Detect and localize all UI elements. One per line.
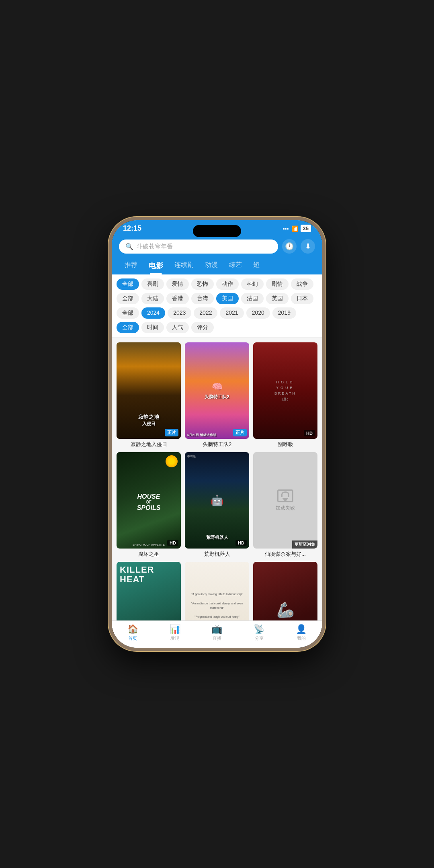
region-filter-mainland[interactable]: 大陆 [141, 293, 164, 304]
year-filter-2023[interactable]: 2023 [168, 307, 191, 319]
year-filter-2019[interactable]: 2019 [272, 307, 296, 319]
wifi-icon: 📶 [291, 225, 298, 232]
movie-item-1[interactable]: 寂静之地 入侵日 正片 寂静之地入侵日 [117, 342, 181, 448]
download-button[interactable]: ⬇ [301, 239, 315, 254]
sort-filter-row: 全部 时间 人气 评分 [117, 322, 317, 333]
movie-item-2[interactable]: 🧠 头脑特工队2 6月21日 情绪大作战 正片 头脑特工队2 [185, 342, 249, 448]
home-icon: 🏠 [127, 624, 138, 635]
region-filter-row: 全部 大陆 香港 台湾 美国 法国 英国 日本 [117, 293, 317, 304]
tab-short[interactable]: 短 [248, 258, 265, 274]
year-filter-all[interactable]: 全部 [117, 307, 139, 319]
battery-indicator: 35 [301, 225, 311, 232]
live-icon: 📺 [211, 624, 222, 635]
dynamic-island [193, 225, 241, 237]
search-box[interactable]: 🔍 斗破苍穹年番 [119, 240, 278, 254]
movie-item-5[interactable]: 🤖 荒野机器人 中有温 HD 荒野机器人 [185, 452, 249, 558]
movie-title-5: 荒野机器人 [185, 551, 249, 558]
nav-label-share: 分享 [255, 635, 264, 641]
profile-icon: 👤 [296, 624, 307, 635]
movie-title-1: 寂静之地入侵日 [117, 441, 181, 448]
movie-grid: 寂静之地 入侵日 正片 寂静之地入侵日 🧠 头 [112, 338, 322, 620]
movie-poster-5: 🤖 荒野机器人 中有温 HD [185, 452, 249, 549]
sort-filter-popular[interactable]: 人气 [166, 322, 189, 333]
history-button[interactable]: 🕐 [282, 239, 297, 254]
nav-tabs: 推荐 电影 连续剧 动漫 综艺 短 [119, 258, 315, 274]
nav-label-home: 首页 [128, 635, 137, 641]
movie-item-4[interactable]: HOUSE OF SPOILS BRING YOUR APPETITE HD 腐… [117, 452, 181, 558]
badge-6: 更新至04集 [292, 540, 317, 549]
tab-anime[interactable]: 动漫 [199, 258, 223, 274]
genre-filter-scifi[interactable]: 科幻 [241, 278, 264, 290]
region-filter-us[interactable]: 美国 [216, 293, 239, 304]
movie-poster-2: 🧠 头脑特工队2 6月21日 情绪大作战 正片 [185, 342, 249, 439]
content-area: 全部 喜剧 爱情 恐怖 动作 科幻 剧情 战争 全部 大陆 香港 台湾 美国 法… [112, 274, 322, 620]
sort-filter-all[interactable]: 全部 [117, 322, 139, 333]
movie-poster-1: 寂静之地 入侵日 正片 [117, 342, 181, 439]
phone-screen: 12:15 ▪▪▪ 📶 35 🔍 斗破苍穹年番 🕐 ⬇ [112, 220, 322, 648]
status-icons: ▪▪▪ 📶 35 [283, 225, 311, 232]
movie-poster-6: 加载失败 更新至04集 [253, 452, 317, 549]
badge-5: HD [235, 540, 247, 546]
region-filter-tw[interactable]: 台湾 [191, 293, 214, 304]
badge-1: 正片 [165, 429, 178, 436]
movie-item-3[interactable]: HOLD YOUR BREATH (屏) HD 别呼吸 [253, 342, 317, 448]
history-icon: 🕐 [285, 242, 294, 251]
region-filter-uk[interactable]: 英国 [266, 293, 289, 304]
phone-frame: 12:15 ▪▪▪ 📶 35 🔍 斗破苍穹年番 🕐 ⬇ [108, 217, 326, 651]
badge-2: 正片 [233, 429, 247, 436]
movie-title-6: 仙境谋杀案与好... [253, 551, 317, 558]
genre-filter-comedy[interactable]: 喜剧 [141, 278, 164, 290]
year-filter-2022[interactable]: 2022 [194, 307, 217, 319]
genre-filter-action[interactable]: 动作 [216, 278, 239, 290]
movie-title-3: 别呼吸 [253, 441, 317, 448]
genre-filter-row: 全部 喜剧 爱情 恐怖 动作 科幻 剧情 战争 [117, 278, 317, 290]
region-filter-hk[interactable]: 香港 [166, 293, 189, 304]
movie-poster-7: KILLER HEAT [117, 562, 181, 620]
tab-variety[interactable]: 综艺 [223, 258, 248, 274]
movie-poster-8: "A genuinely moving tribute to friendshi… [185, 562, 249, 620]
region-filter-fr[interactable]: 法国 [241, 293, 264, 304]
tab-recommend[interactable]: 推荐 [119, 258, 143, 274]
genre-filter-all[interactable]: 全部 [117, 278, 139, 290]
search-placeholder: 斗破苍穹年番 [137, 243, 173, 250]
discover-icon: 📊 [170, 624, 180, 635]
status-time: 12:15 [123, 224, 141, 233]
nav-label-discover: 发现 [170, 635, 179, 641]
download-icon: ⬇ [305, 242, 311, 251]
movie-title-2: 头脑特工队2 [185, 441, 249, 448]
nav-item-live[interactable]: 📺 直播 [205, 624, 229, 641]
genre-filter-romance[interactable]: 爱情 [166, 278, 189, 290]
search-icon: 🔍 [125, 243, 133, 250]
movie-poster-3: HOLD YOUR BREATH (屏) HD [253, 342, 317, 439]
nav-item-profile[interactable]: 👤 我的 [289, 624, 313, 641]
genre-filter-war[interactable]: 战争 [291, 278, 313, 290]
year-filter-row: 全部 2024 2023 2022 2021 2020 2019 [117, 307, 317, 319]
movie-item-6[interactable]: 加载失败 更新至04集 仙境谋杀案与好... [253, 452, 317, 558]
filter-section: 全部 喜剧 爱情 恐怖 动作 科幻 剧情 战争 全部 大陆 香港 台湾 美国 法… [112, 274, 322, 338]
movie-poster-9: 🦾 [253, 562, 317, 620]
nav-item-share[interactable]: 📡 分享 [247, 624, 271, 641]
sort-filter-rating[interactable]: 评分 [191, 322, 214, 333]
sort-filter-time[interactable]: 时间 [141, 322, 164, 333]
movie-item-7[interactable]: KILLER HEAT KILLER HEAT [117, 562, 181, 620]
year-filter-2024[interactable]: 2024 [141, 307, 165, 319]
genre-filter-horror[interactable]: 恐怖 [191, 278, 214, 290]
nav-item-home[interactable]: 🏠 首页 [121, 624, 145, 641]
year-filter-2020[interactable]: 2020 [246, 307, 270, 319]
badge-3: HD [304, 430, 315, 436]
movie-poster-4: HOUSE OF SPOILS BRING YOUR APPETITE HD [117, 452, 181, 549]
share-icon: 📡 [254, 624, 264, 635]
movie-item-8[interactable]: "A genuinely moving tribute to friendshi… [185, 562, 249, 620]
movie-title-4: 腐坏之巫 [117, 551, 181, 558]
genre-filter-drama[interactable]: 剧情 [266, 278, 289, 290]
bottom-nav: 🏠 首页 📊 发现 📺 直播 📡 分享 👤 我的 [112, 620, 322, 648]
nav-item-discover[interactable]: 📊 发现 [163, 624, 187, 641]
tab-movie[interactable]: 电影 [143, 258, 169, 274]
region-filter-jp[interactable]: 日本 [291, 293, 313, 304]
year-filter-2021[interactable]: 2021 [220, 307, 244, 319]
nav-label-live: 直播 [213, 635, 221, 641]
signal-icon: ▪▪▪ [283, 225, 289, 232]
region-filter-all[interactable]: 全部 [117, 293, 139, 304]
movie-item-9[interactable]: 🦾 [253, 562, 317, 620]
tab-series[interactable]: 连续剧 [169, 258, 199, 274]
